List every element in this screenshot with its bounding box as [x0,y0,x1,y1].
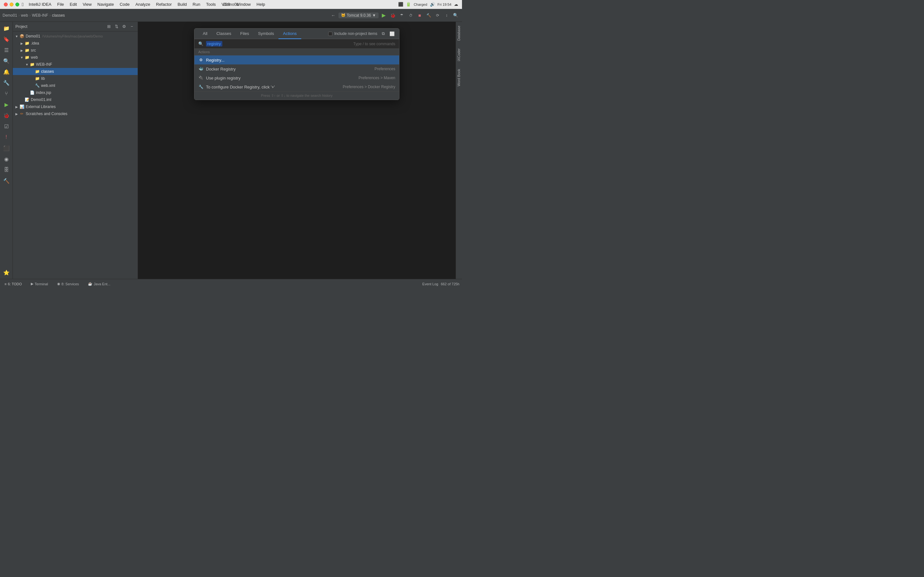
result-name-configure: To configure Docker Registry, click '+' [206,85,275,89]
menu-edit[interactable]: Edit [67,1,79,7]
profile-button[interactable]: ⏱ [407,11,415,19]
sidebar-services-icon[interactable]: ◉ [1,154,11,164]
tree-item-lib[interactable]: 📁 lib [13,75,137,82]
result-item-registry[interactable]: ⚙ Registry... [194,55,399,64]
sidebar-database-icon[interactable]: 🗄 [1,165,11,175]
battery-status: Charged [414,3,427,6]
sidebar-problems-icon[interactable]: ! [1,132,11,142]
run-config-arrow: ▼ [372,13,376,18]
sync-button[interactable]: ⟳ [434,11,441,19]
tree-label-src: src [31,48,36,53]
panel-label-ixcoder[interactable]: iXCoder [456,45,462,65]
menu-file[interactable]: File [55,1,66,7]
bottom-tab-java-ent[interactable]: ☕ Java Ent... [86,281,112,287]
panel-label-database[interactable]: Database [456,22,462,45]
include-non-project-checkbox[interactable]: Include non-project items [328,31,377,36]
tree-item-classes[interactable]: 📁 classes [13,68,137,75]
result-path-plugin: Preferences > Maven [359,76,395,80]
close-button[interactable] [4,3,8,6]
tree-item-demo01iml[interactable]: 📝 Demo01.iml [13,96,137,103]
menu-analyze[interactable]: Analyze [133,1,153,7]
stop-button[interactable]: ■ [416,11,423,19]
bottom-tab-services[interactable]: ◉ 8: Services [55,281,81,287]
sidebar-plugin-icon[interactable]: 🔧 [1,77,11,88]
tree-item-demo01[interactable]: ▼ 📦 Demo01 /Volumes/myFiles/mac/java/web… [13,33,137,40]
side-icons-left: 📁 🔖 ☰ 🔍 🔔 🔧 ⑂ ▶ 🐞 ☑ ! ⬛ ◉ 🗄 🔨 ⭐ [0,22,13,279]
window-title: Demo01 [223,2,239,7]
coverage-button[interactable]: ☂ [398,11,405,19]
menu-run[interactable]: Run [190,1,203,7]
build-button[interactable]: 🔨 [425,11,433,19]
event-log-label[interactable]: Event Log [422,282,438,286]
result-item-docker-registry[interactable]: 🐳 Docker Registry Preferences [194,64,399,73]
result-icon-registry: ⚙ [198,57,204,63]
panel-scope-btn[interactable]: ⊞ [105,23,112,30]
tree-item-indexjsp[interactable]: 📄 index.jsp [13,89,137,96]
sidebar-run-icon[interactable]: ▶ [1,99,11,110]
breadcrumb-web[interactable]: web [21,13,28,18]
sidebar-project-icon[interactable]: 📁 [1,23,11,33]
menu-build[interactable]: Build [175,1,189,7]
tree-icon-webinf: 📁 [29,62,35,67]
panel-settings-btn[interactable]: ⚙ [121,23,128,30]
sidebar-git-icon[interactable]: ⑂ [1,89,11,99]
tab-files[interactable]: Files [236,29,254,39]
tree-label-ext-libraries: External Libraries [26,105,55,109]
search-everywhere-button[interactable]: 🔍 [452,11,459,19]
git-button[interactable]: ↕ [443,11,451,19]
tab-symbols[interactable]: Symbols [254,29,278,39]
menu-help[interactable]: Help [254,1,268,7]
tree-item-src[interactable]: ▶ 📁 src [13,47,137,54]
debug-button[interactable]: 🐞 [389,11,397,19]
tree-item-ext-libraries[interactable]: ▶ 📊 External Libraries [13,103,137,110]
sidebar-terminal-icon[interactable]: ⬛ [1,143,11,153]
result-item-plugin-registry[interactable]: 🔌 Use plugin registry Preferences > Mave… [194,73,399,82]
run-button[interactable]: ▶ [380,11,388,19]
sidebar-debug-icon[interactable]: 🐞 [1,110,11,121]
terminal-icon: ▶ [31,282,33,286]
tab-actions[interactable]: Actions [278,29,301,39]
maximize-button[interactable] [15,3,19,6]
bottom-tab-terminal[interactable]: ▶ Terminal [29,281,50,287]
tab-all[interactable]: All [198,29,212,39]
bottom-tab-todo[interactable]: ≡ 6: TODO [3,282,24,287]
breadcrumb-demo01[interactable]: Demo01 [3,13,17,18]
menu-navigate[interactable]: Navigate [95,1,116,7]
menu-view[interactable]: View [80,1,94,7]
panel-label-wordbook[interactable]: Word Book [456,65,462,90]
menu-intellij[interactable]: IntelliJ IDEA [26,1,54,7]
sidebar-bookmarks-icon[interactable]: 🔖 [1,34,11,44]
ide-container: Demo01 › web › WEB-INF › classes ← 🐱 Tom… [0,9,462,288]
sidebar-notifications-icon[interactable]: 🔔 [1,67,11,77]
tree-item-webinf[interactable]: ▼ 📁 WEB-INF [13,61,137,68]
tree-item-webxml[interactable]: 🔧 web.xml [13,82,137,89]
tree-item-web[interactable]: ▼ 📁 web [13,54,137,61]
tab-classes[interactable]: Classes [212,29,236,39]
menu-code[interactable]: Code [117,1,132,7]
tree-icon-demo01: 📦 [19,34,24,39]
sidebar-structure-icon[interactable]: ☰ [1,45,11,55]
sidebar-favorites-icon[interactable]: ⭐ [1,268,11,277]
minimize-button[interactable] [10,3,13,6]
checkbox-input[interactable] [328,32,333,36]
sidebar-find-icon[interactable]: 🔍 [1,56,11,66]
tree-item-scratches[interactable]: ▶ ✏ Scratches and Consoles [13,110,137,117]
run-config-selector[interactable]: 🐱 Tomcat 9.0.36 ▼ [338,13,379,18]
tree-icon-ext-libraries: 📊 [19,104,24,109]
result-item-configure-docker[interactable]: 🔧 To configure Docker Registry, click '+… [194,82,399,91]
menu-refactor[interactable]: Refactor [153,1,174,7]
expand-button[interactable]: ⬜ [389,31,395,37]
sidebar-gradle-icon[interactable]: 🔨 [1,176,11,186]
tree-icon-demo01iml: 📝 [24,97,29,102]
menu-tools[interactable]: Tools [204,1,218,7]
panel-close-btn[interactable]: − [129,23,135,30]
breadcrumb-webinf[interactable]: WEB-INF [32,13,48,18]
panel-sort-btn[interactable]: ⇅ [113,23,120,30]
filter-button[interactable]: ⧉ [380,31,386,37]
back-button[interactable]: ← [330,11,337,19]
line-col-indicator: 662 of 725h [441,282,459,286]
tree-item-idea[interactable]: ▶ 📁 .idea [13,40,137,47]
editor-area: All Classes Files Symbols Actions Includ… [138,22,456,279]
apple-logo[interactable]:  [22,2,23,7]
sidebar-todo-icon[interactable]: ☑ [1,121,11,131]
